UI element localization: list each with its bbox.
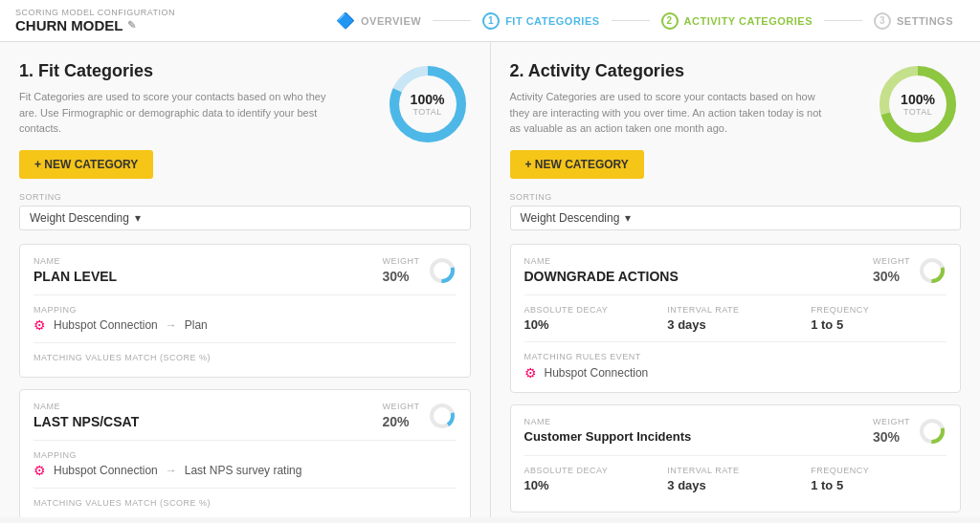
right-weight-donut-2 [918, 417, 947, 446]
left-donut-center: 100% TOTAL [411, 92, 445, 117]
model-name: CHURN MODEL ✎ [15, 17, 175, 33]
chevron-down-icon: ▾ [135, 211, 141, 225]
left-donut-label: TOTAL [411, 107, 445, 117]
right-sorting-select[interactable]: Weight Descending ▾ [510, 206, 962, 230]
hubspot-icon-2: ⚙ [33, 463, 46, 478]
step-1-circle: 1 [482, 12, 500, 30]
decay-val-2a: 10% [524, 478, 660, 492]
decay-label-2a: ABSOLUTE DECAY [524, 466, 660, 475]
weight-value-2: 20% [383, 414, 420, 429]
hubspot-icon-1: ⚙ [33, 317, 46, 333]
card-row-name-weight-2: NAME LAST NPS/CSAT WEIGHT 20% [33, 402, 457, 430]
right-weight-donut-1 [918, 256, 947, 285]
right-card-divider-2a [524, 455, 947, 456]
mapping-row-2: ⚙ Hubspot Connection → Last NPS survey r… [33, 463, 457, 478]
right-weight-value-1: 30% [873, 269, 910, 284]
step-3-circle: 3 [874, 12, 891, 30]
step-divider-3 [824, 20, 862, 21]
step-2[interactable]: 2 ACTIVITY CATEGORIES [650, 9, 824, 33]
mapping-source-2: Hubspot Connection [54, 464, 158, 477]
right-name-label-2: NAME [524, 417, 692, 426]
mapping-target-2: Last NPS survey rating [185, 464, 302, 477]
right-new-category-button[interactable]: + NEW CATEGORY [510, 150, 644, 179]
right-card-name-section-1: NAME DOWNGRADE ACTIONS [524, 256, 679, 284]
mapping-label-1: MAPPING [33, 305, 457, 315]
weight-label-1: WEIGHT [383, 256, 420, 266]
decay-label-2b: INTERVAL RATE [667, 466, 803, 475]
left-panel-text: 1. Fit Categories Fit Categories are use… [19, 61, 345, 150]
right-weight-value-2: 30% [873, 429, 910, 445]
left-donut: 100% TOTAL [385, 61, 471, 147]
decay-val-1b: 3 days [667, 317, 803, 332]
arrow-icon-1: → [166, 318, 177, 332]
decay-label-2c: FREQUENCY [811, 466, 947, 475]
decay-grid-1: ABSOLUTE DECAY 10% INTERVAL RATE 3 days … [524, 305, 947, 332]
left-new-category-button[interactable]: + NEW CATEGORY [19, 150, 153, 179]
name-label-2: NAME [33, 402, 139, 411]
card-divider-1b [33, 342, 457, 343]
card-name-section-1: NAME PLAN LEVEL [33, 256, 117, 284]
decay-label-1b: INTERVAL RATE [667, 305, 803, 315]
weight-donut-2 [428, 402, 457, 430]
decay-val-2c: 1 to 5 [811, 478, 947, 492]
decay-item-1c: FREQUENCY 1 to 5 [811, 305, 947, 332]
left-donut-pct: 100% [411, 92, 445, 107]
right-donut-label: TOTAL [901, 107, 935, 117]
card-divider-1a [33, 294, 457, 295]
mapping-label-2: MAPPING [33, 450, 457, 460]
decay-grid-2: ABSOLUTE DECAY 10% INTERVAL RATE 3 days … [524, 466, 947, 492]
step-overview[interactable]: 🔷 OVERVIEW [324, 8, 434, 33]
decay-val-1a: 10% [524, 317, 660, 332]
right-weight-label-1: WEIGHT [873, 256, 910, 266]
right-card-divider-1b [524, 341, 947, 342]
model-info: SCORING MODEL CONFIGURATION CHURN MODEL … [15, 8, 175, 33]
edit-icon[interactable]: ✎ [127, 19, 136, 32]
decay-val-2b: 3 days [667, 478, 803, 492]
overview-icon: 🔷 [336, 11, 356, 30]
right-sorting-label: SORTING [510, 192, 962, 202]
decay-val-1c: 1 to 5 [811, 317, 947, 332]
name-value-1: PLAN LEVEL [33, 269, 117, 284]
left-sorting-select[interactable]: Weight Descending ▾ [19, 206, 471, 230]
left-panel-title: 1. Fit Categories [19, 61, 345, 81]
step-divider-1 [433, 20, 471, 21]
name-value-2: LAST NPS/CSAT [33, 414, 139, 429]
right-card-name-section-2: NAME Customer Support Incidents [524, 417, 692, 444]
arrow-icon-2: → [166, 464, 177, 477]
right-panel-text: 2. Activity Categories Activity Categori… [510, 61, 835, 150]
right-matching-label-1: MATCHING RULES EVENT [524, 352, 947, 361]
right-name-value-2: Customer Support Incidents [524, 429, 692, 444]
card-row-name-weight-1: NAME PLAN LEVEL WEIGHT 30% [33, 256, 457, 285]
decay-label-1a: ABSOLUTE DECAY [524, 305, 660, 315]
decay-item-2b: INTERVAL RATE 3 days [667, 466, 803, 492]
top-bar: SCORING MODEL CONFIGURATION CHURN MODEL … [0, 0, 980, 42]
decay-label-1c: FREQUENCY [811, 305, 947, 315]
decay-item-2a: ABSOLUTE DECAY 10% [524, 466, 660, 492]
right-panel-header: 2. Activity Categories Activity Categori… [510, 61, 962, 150]
right-donut-center: 100% TOTAL [901, 92, 935, 117]
right-mapping-row-1: ⚙ Hubspot Connection [524, 365, 947, 381]
scoring-label: SCORING MODEL CONFIGURATION [15, 8, 175, 17]
weight-section-1: WEIGHT 30% [383, 256, 457, 285]
matching-label-1: MATCHING VALUES MATCH (SCORE %) [33, 353, 457, 362]
decay-item-1a: ABSOLUTE DECAY 10% [524, 305, 660, 332]
card-name-section-2: NAME LAST NPS/CSAT [33, 402, 139, 429]
step-2-circle: 2 [661, 12, 679, 30]
right-weight-label-2: WEIGHT [873, 417, 910, 426]
matching-label-2: MATCHING VALUES MATCH (SCORE %) [33, 498, 457, 508]
right-card-row-1: NAME DOWNGRADE ACTIONS WEIGHT 30% [524, 256, 947, 285]
left-panel-desc: Fit Categories are used to score your co… [19, 89, 345, 137]
right-donut: 100% TOTAL [875, 61, 961, 147]
step-1[interactable]: 1 FIT CATEGORIES [471, 9, 611, 33]
step-divider-2 [612, 20, 650, 21]
right-panel-desc: Activity Categories are used to score yo… [510, 89, 835, 137]
left-sorting-label: SORTING [19, 192, 471, 202]
right-weight-section-2: WEIGHT 30% [873, 417, 947, 446]
right-card-row-2: NAME Customer Support Incidents WEIGHT 3… [524, 417, 947, 446]
step-3[interactable]: 3 SETTINGS [862, 9, 965, 33]
right-name-label-1: NAME [524, 256, 679, 266]
right-card-divider-1a [524, 294, 947, 295]
main-content: 1. Fit Categories Fit Categories are use… [0, 42, 980, 517]
mapping-target-1: Plan [185, 318, 208, 332]
chevron-down-icon-right: ▾ [625, 211, 631, 225]
